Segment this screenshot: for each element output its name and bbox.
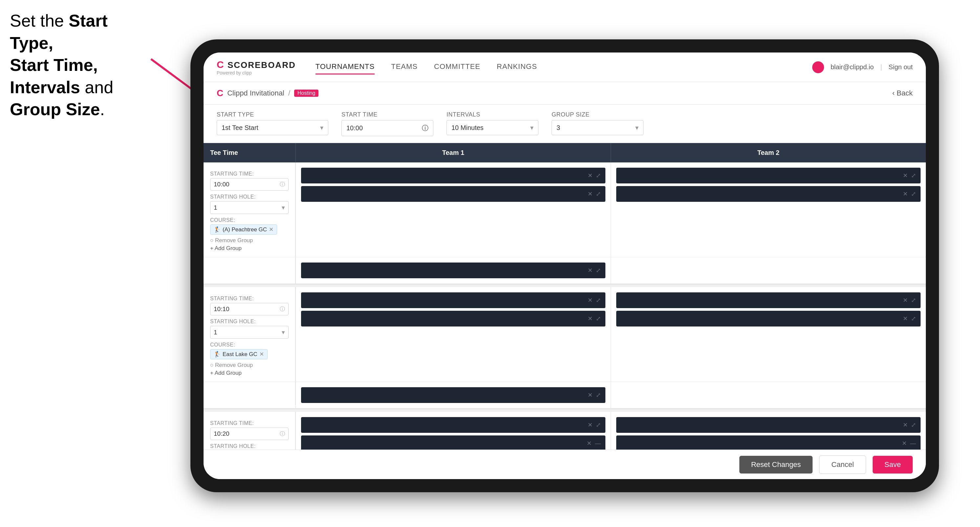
action-links-1: ○ Remove Group + Add Group (210, 237, 289, 252)
nav-link-tournaments[interactable]: TOURNAMENTS (315, 60, 375, 75)
course-icon-1: 🏌 (214, 226, 221, 233)
tablet-screen: C SCOREBOARD Powered by clipp TOURNAMENT… (204, 52, 926, 479)
player-slot-6-1[interactable]: ✕ ⤢ (616, 417, 921, 433)
intervals-group: Intervals 10 Minutes ▾ (447, 111, 538, 136)
slot-x-icon-5: ✕ (588, 267, 593, 274)
team1-col-1b: ✕ ⤢ (296, 257, 611, 284)
add-group-2[interactable]: + Add Group (210, 370, 289, 376)
start-type-label: Start Type (217, 111, 328, 118)
nav-link-rankings[interactable]: RANKINGS (497, 60, 537, 75)
player-slot-1b-1[interactable]: ✕ ⤢ (301, 262, 605, 278)
add-group-1[interactable]: + Add Group (210, 245, 289, 252)
player-slot-3-1[interactable]: ✕ ⤢ (301, 292, 605, 308)
intervals-label: Intervals (447, 111, 538, 118)
slot-x-icon-2: ✕ (588, 190, 593, 198)
player-slot-2-1[interactable]: ✕ ⤢ (616, 168, 921, 183)
team2-col-2: ✕ ⤢ ✕ ⤢ (611, 287, 926, 382)
slot-expand-icon-4: ⤢ (911, 190, 916, 198)
group-row-3: STARTING TIME: 10:20 ⓘ STARTING HOLE: ✕ … (204, 412, 926, 449)
team2-col-1: ✕ ⤢ ✕ ⤢ (611, 162, 926, 257)
group-section-2: STARTING TIME: 10:10 ⓘ STARTING HOLE: 1 … (204, 287, 926, 409)
breadcrumb-c-icon: C (217, 88, 223, 98)
slot-x-icon: ✕ (588, 172, 593, 179)
player-slot-4-1[interactable]: ✕ ⤢ (616, 292, 921, 308)
nav-link-committee[interactable]: COMMITTEE (434, 60, 480, 75)
player-slot-2b-1[interactable]: ✕ ⤢ (301, 387, 605, 403)
player-slot-1-1[interactable]: ✕ ⤢ (301, 168, 605, 183)
player-slot-2-2[interactable]: ✕ ⤢ (616, 186, 921, 202)
breadcrumb-tournament-name: Clippd Invitational (227, 89, 284, 97)
teams-area-3: ✕ ⤢ ✕ — ✕ ⤢ (296, 412, 926, 449)
time-info-icon-3: ⓘ (280, 430, 285, 437)
cancel-button[interactable]: Cancel (819, 456, 866, 474)
slot-expand-icon-14: — (910, 440, 916, 447)
group-size-caret: ▾ (635, 124, 638, 132)
remove-group-1[interactable]: ○ Remove Group (210, 237, 289, 244)
slot-expand-icon-2: ⤢ (596, 190, 601, 198)
group-left-2b (204, 382, 296, 405)
player-slot-5-1[interactable]: ✕ ⤢ (301, 417, 605, 433)
player-slot-1-2[interactable]: ✕ ⤢ (301, 186, 605, 202)
group-section-3: STARTING TIME: 10:20 ⓘ STARTING HOLE: ✕ … (204, 412, 926, 449)
slot-x-icon-12: ✕ (587, 440, 592, 447)
hole-caret-1: ▾ (282, 204, 285, 211)
controls-row: Start Type 1st Tee Start ▾ Start Time 10… (204, 105, 926, 143)
group-row-1: STARTING TIME: 10:00 ⓘ STARTING HOLE: 1 … (204, 162, 926, 257)
remove-group-2[interactable]: ○ Remove Group (210, 362, 289, 368)
start-time-select[interactable]: 10:00 ⓘ (342, 120, 433, 136)
group-left-3: STARTING TIME: 10:20 ⓘ STARTING HOLE: (204, 412, 296, 449)
group-row-1b: ✕ ⤢ (204, 257, 926, 284)
hole-caret-2: ▾ (282, 329, 285, 336)
start-type-group: Start Type 1st Tee Start ▾ (217, 111, 328, 136)
slot-expand-icon-7: ⤢ (596, 315, 601, 322)
nav-email: blair@clippd.io (830, 63, 873, 71)
starting-time-label-3: STARTING TIME: (210, 421, 289, 426)
bold-start-type: Start Type, (10, 11, 108, 52)
starting-hole-label-3: STARTING HOLE: (210, 443, 289, 449)
starting-time-label-1: STARTING TIME: (210, 171, 289, 177)
slot-x-icon-4: ✕ (903, 190, 908, 198)
starting-hole-value-1[interactable]: 1 ▾ (210, 201, 289, 214)
bold-intervals: Intervals (10, 78, 80, 97)
group-size-select[interactable]: 3 ▾ (552, 120, 643, 135)
start-time-group: Start Time 10:00 ⓘ (342, 111, 433, 136)
slot-x-icon-11: ✕ (588, 421, 593, 429)
slot-expand-icon-10: ⤢ (596, 392, 601, 399)
nav-separator: | (880, 63, 882, 71)
starting-time-value-1[interactable]: 10:00 ⓘ (210, 178, 289, 190)
slot-x-icon-3: ✕ (903, 172, 908, 179)
slot-expand-icon-5: ⤢ (596, 267, 601, 274)
course-icon-2: 🏌 (214, 351, 221, 358)
start-type-caret: ▾ (320, 124, 323, 132)
bold-group-size: Group Size (10, 100, 100, 119)
player-slot-4-2[interactable]: ✕ ⤢ (616, 311, 921, 327)
logo-title: C SCOREBOARD (217, 59, 296, 70)
starting-time-value-3[interactable]: 10:20 ⓘ (210, 428, 289, 440)
starting-hole-value-2[interactable]: 1 ▾ (210, 326, 289, 339)
reset-changes-button[interactable]: Reset Changes (739, 456, 813, 473)
course-remove-2[interactable]: ✕ (259, 351, 264, 358)
teams-area-2: ✕ ⤢ ✕ ⤢ ✕ ⤢ (296, 287, 926, 382)
team2-col-3: ✕ ⤢ ✕ — (611, 412, 926, 449)
breadcrumb-sep: / (288, 89, 290, 97)
starting-time-value-2[interactable]: 10:10 ⓘ (210, 303, 289, 315)
player-slot-5-2[interactable]: ✕ — (301, 435, 605, 449)
slot-expand-icon: ⤢ (596, 172, 601, 179)
back-button[interactable]: Back (892, 89, 913, 97)
logo-subtitle: Powered by clipp (217, 70, 296, 75)
group-section-1: STARTING TIME: 10:00 ⓘ STARTING HOLE: 1 … (204, 162, 926, 284)
player-slot-6-2[interactable]: ✕ — (616, 435, 921, 449)
intervals-select[interactable]: 10 Minutes ▾ (447, 120, 538, 135)
course-remove-1[interactable]: ✕ (269, 226, 274, 233)
start-time-value: 10:00 (346, 124, 363, 132)
sign-out-link[interactable]: Sign out (889, 63, 913, 71)
slot-x-icon-9: ✕ (903, 315, 908, 322)
teams-area-1b: ✕ ⤢ (296, 257, 926, 284)
start-type-select[interactable]: 1st Tee Start ▾ (217, 120, 328, 135)
nav-link-teams[interactable]: TEAMS (391, 60, 418, 75)
player-slot-3-2[interactable]: ✕ ⤢ (301, 311, 605, 327)
slot-expand-icon-12: — (595, 440, 601, 447)
group-left-1: STARTING TIME: 10:00 ⓘ STARTING HOLE: 1 … (204, 162, 296, 257)
action-links-2: ○ Remove Group + Add Group (210, 362, 289, 376)
save-button[interactable]: Save (873, 456, 913, 473)
